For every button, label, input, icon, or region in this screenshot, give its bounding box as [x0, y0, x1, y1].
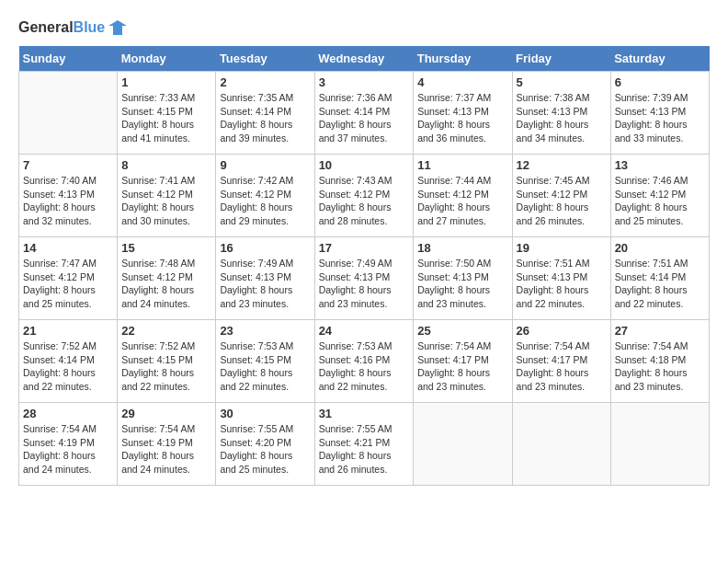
calendar-cell: 8Sunrise: 7:41 AM Sunset: 4:12 PM Daylig…: [118, 155, 216, 237]
page-header: GeneralBlue: [18, 18, 710, 37]
calendar-cell: 24Sunrise: 7:53 AM Sunset: 4:16 PM Dayli…: [314, 320, 414, 403]
calendar-cell: [512, 403, 610, 486]
day-info: Sunrise: 7:51 AM Sunset: 4:14 PM Dayligh…: [615, 257, 705, 311]
day-info: Sunrise: 7:54 AM Sunset: 4:18 PM Dayligh…: [615, 339, 705, 394]
day-number: 25: [417, 324, 507, 338]
calendar-table: SundayMondayTuesdayWednesdayThursdayFrid…: [18, 46, 710, 486]
day-info: Sunrise: 7:40 AM Sunset: 4:13 PM Dayligh…: [23, 174, 113, 228]
svg-marker-0: [108, 20, 127, 35]
day-info: Sunrise: 7:37 AM Sunset: 4:13 PM Dayligh…: [417, 91, 507, 145]
logo-bird-icon: [108, 18, 127, 37]
day-info: Sunrise: 7:52 AM Sunset: 4:14 PM Dayligh…: [23, 339, 113, 394]
calendar-week-2: 7Sunrise: 7:40 AM Sunset: 4:13 PM Daylig…: [19, 155, 710, 237]
day-number: 5: [517, 75, 607, 89]
day-number: 2: [220, 75, 310, 89]
day-info: Sunrise: 7:53 AM Sunset: 4:16 PM Dayligh…: [319, 339, 410, 394]
day-info: Sunrise: 7:46 AM Sunset: 4:12 PM Dayligh…: [615, 174, 705, 228]
calendar-cell: 10Sunrise: 7:43 AM Sunset: 4:12 PM Dayli…: [314, 155, 414, 237]
calendar-cell: 19Sunrise: 7:51 AM Sunset: 4:13 PM Dayli…: [512, 237, 610, 320]
day-info: Sunrise: 7:47 AM Sunset: 4:12 PM Dayligh…: [23, 257, 113, 311]
calendar-cell: 12Sunrise: 7:45 AM Sunset: 4:12 PM Dayli…: [512, 155, 610, 237]
day-number: 4: [417, 75, 507, 89]
logo-general: GeneralBlue: [18, 19, 105, 36]
day-info: Sunrise: 7:39 AM Sunset: 4:13 PM Dayligh…: [615, 91, 705, 145]
day-info: Sunrise: 7:54 AM Sunset: 4:17 PM Dayligh…: [517, 339, 607, 394]
day-info: Sunrise: 7:55 AM Sunset: 4:20 PM Dayligh…: [220, 422, 310, 477]
calendar-week-4: 21Sunrise: 7:52 AM Sunset: 4:14 PM Dayli…: [19, 320, 710, 403]
day-number: 16: [220, 241, 310, 255]
day-number: 1: [121, 75, 211, 89]
calendar-cell: [610, 403, 709, 486]
day-number: 20: [615, 241, 705, 255]
day-info: Sunrise: 7:38 AM Sunset: 4:13 PM Dayligh…: [517, 91, 607, 145]
calendar-cell: 23Sunrise: 7:53 AM Sunset: 4:15 PM Dayli…: [216, 320, 314, 403]
day-number: 7: [23, 158, 113, 172]
day-info: Sunrise: 7:33 AM Sunset: 4:15 PM Dayligh…: [121, 91, 211, 145]
day-info: Sunrise: 7:55 AM Sunset: 4:21 PM Dayligh…: [319, 422, 410, 477]
calendar-cell: 18Sunrise: 7:50 AM Sunset: 4:13 PM Dayli…: [414, 237, 512, 320]
calendar-cell: 9Sunrise: 7:42 AM Sunset: 4:12 PM Daylig…: [216, 155, 314, 237]
day-number: 11: [417, 158, 507, 172]
calendar-cell: 28Sunrise: 7:54 AM Sunset: 4:19 PM Dayli…: [19, 403, 118, 486]
day-number: 17: [319, 241, 410, 255]
day-number: 10: [319, 158, 410, 172]
day-info: Sunrise: 7:52 AM Sunset: 4:15 PM Dayligh…: [121, 339, 211, 394]
day-info: Sunrise: 7:44 AM Sunset: 4:12 PM Dayligh…: [417, 174, 507, 228]
calendar-cell: 5Sunrise: 7:38 AM Sunset: 4:13 PM Daylig…: [512, 72, 610, 155]
calendar-cell: 31Sunrise: 7:55 AM Sunset: 4:21 PM Dayli…: [314, 403, 414, 486]
calendar-cell: 25Sunrise: 7:54 AM Sunset: 4:17 PM Dayli…: [414, 320, 512, 403]
calendar-header-row: SundayMondayTuesdayWednesdayThursdayFrid…: [19, 46, 710, 72]
day-number: 13: [615, 158, 705, 172]
day-number: 21: [23, 324, 113, 338]
day-info: Sunrise: 7:49 AM Sunset: 4:13 PM Dayligh…: [319, 257, 410, 311]
calendar-cell: 13Sunrise: 7:46 AM Sunset: 4:12 PM Dayli…: [610, 155, 709, 237]
calendar-cell: 11Sunrise: 7:44 AM Sunset: 4:12 PM Dayli…: [414, 155, 512, 237]
header-wednesday: Wednesday: [314, 46, 414, 72]
calendar-cell: 1Sunrise: 7:33 AM Sunset: 4:15 PM Daylig…: [118, 72, 216, 155]
day-info: Sunrise: 7:54 AM Sunset: 4:19 PM Dayligh…: [23, 422, 113, 477]
calendar-cell: 2Sunrise: 7:35 AM Sunset: 4:14 PM Daylig…: [216, 72, 314, 155]
calendar-cell: 3Sunrise: 7:36 AM Sunset: 4:14 PM Daylig…: [314, 72, 414, 155]
calendar-cell: 16Sunrise: 7:49 AM Sunset: 4:13 PM Dayli…: [216, 237, 314, 320]
calendar-cell: [19, 72, 118, 155]
calendar-cell: 6Sunrise: 7:39 AM Sunset: 4:13 PM Daylig…: [610, 72, 709, 155]
day-info: Sunrise: 7:45 AM Sunset: 4:12 PM Dayligh…: [517, 174, 607, 228]
header-thursday: Thursday: [414, 46, 512, 72]
calendar-cell: 4Sunrise: 7:37 AM Sunset: 4:13 PM Daylig…: [414, 72, 512, 155]
calendar-cell: 17Sunrise: 7:49 AM Sunset: 4:13 PM Dayli…: [314, 237, 414, 320]
calendar-cell: 21Sunrise: 7:52 AM Sunset: 4:14 PM Dayli…: [19, 320, 118, 403]
calendar-cell: 26Sunrise: 7:54 AM Sunset: 4:17 PM Dayli…: [512, 320, 610, 403]
header-monday: Monday: [118, 46, 216, 72]
day-number: 23: [220, 324, 310, 338]
day-number: 24: [319, 324, 410, 338]
header-sunday: Sunday: [19, 46, 118, 72]
day-number: 30: [220, 407, 310, 420]
day-number: 22: [121, 324, 211, 338]
day-number: 3: [319, 75, 410, 89]
header-friday: Friday: [512, 46, 610, 72]
calendar-week-3: 14Sunrise: 7:47 AM Sunset: 4:12 PM Dayli…: [19, 237, 710, 320]
header-saturday: Saturday: [610, 46, 709, 72]
day-info: Sunrise: 7:53 AM Sunset: 4:15 PM Dayligh…: [220, 339, 310, 394]
calendar-cell: 29Sunrise: 7:54 AM Sunset: 4:19 PM Dayli…: [118, 403, 216, 486]
logo: GeneralBlue: [18, 18, 127, 37]
calendar-cell: 15Sunrise: 7:48 AM Sunset: 4:12 PM Dayli…: [118, 237, 216, 320]
day-number: 28: [23, 407, 113, 420]
calendar-week-5: 28Sunrise: 7:54 AM Sunset: 4:19 PM Dayli…: [19, 403, 710, 486]
day-info: Sunrise: 7:35 AM Sunset: 4:14 PM Dayligh…: [220, 91, 310, 145]
header-tuesday: Tuesday: [216, 46, 314, 72]
calendar-cell: 20Sunrise: 7:51 AM Sunset: 4:14 PM Dayli…: [610, 237, 709, 320]
day-info: Sunrise: 7:54 AM Sunset: 4:19 PM Dayligh…: [121, 422, 211, 477]
day-info: Sunrise: 7:48 AM Sunset: 4:12 PM Dayligh…: [121, 257, 211, 311]
calendar-cell: 27Sunrise: 7:54 AM Sunset: 4:18 PM Dayli…: [610, 320, 709, 403]
day-info: Sunrise: 7:42 AM Sunset: 4:12 PM Dayligh…: [220, 174, 310, 228]
day-number: 12: [517, 158, 607, 172]
day-number: 8: [121, 158, 211, 172]
calendar-cell: [414, 403, 512, 486]
day-info: Sunrise: 7:49 AM Sunset: 4:13 PM Dayligh…: [220, 257, 310, 311]
day-number: 31: [319, 407, 410, 420]
day-info: Sunrise: 7:41 AM Sunset: 4:12 PM Dayligh…: [121, 174, 211, 228]
day-number: 19: [517, 241, 607, 255]
day-number: 14: [23, 241, 113, 255]
day-number: 15: [121, 241, 211, 255]
